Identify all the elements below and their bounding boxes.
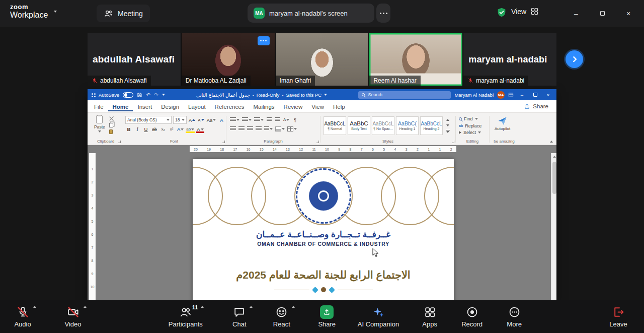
style-heading-1[interactable]: AaBbC( Heading 1 xyxy=(396,116,419,135)
autosave-toggle[interactable] xyxy=(123,92,133,98)
sort-button[interactable]: A xyxy=(283,116,290,123)
strikethrough-button[interactable]: ab xyxy=(151,125,158,133)
font-size-combo[interactable]: 18 xyxy=(173,116,187,124)
style-body-text[interactable]: AaBbC Body Text xyxy=(348,116,370,135)
next-participants-page-button[interactable] xyxy=(566,50,583,68)
customize-toolbar-chevron-icon[interactable] xyxy=(162,94,165,96)
italic-button[interactable]: I xyxy=(134,125,141,133)
shading-button[interactable] xyxy=(275,125,285,132)
tab-mailings[interactable]: Mailings xyxy=(249,102,279,111)
change-case-button[interactable]: Aa xyxy=(206,116,217,124)
line-spacing-button[interactable] xyxy=(264,125,273,132)
react-options-chevron[interactable] xyxy=(292,306,295,308)
autopilot-button[interactable]: Autopilot xyxy=(493,115,512,131)
tab-meeting[interactable]: Meeting xyxy=(97,5,150,22)
tab-design[interactable]: Design xyxy=(156,102,184,111)
font-dialog-launcher[interactable] xyxy=(222,141,225,143)
zoom-workplace-menu[interactable]: zoom Workplace xyxy=(10,3,57,20)
clear-formatting-button[interactable]: A xyxy=(218,116,225,124)
bullet-list-button[interactable] xyxy=(229,116,240,123)
tab-view[interactable]: View xyxy=(307,102,329,111)
document-page[interactable]: غــرفــة تــجــارة وصــنــاعــة عــمــان… xyxy=(193,159,454,300)
styles-scroll-down[interactable] xyxy=(446,124,449,126)
clipboard-dialog-launcher[interactable] xyxy=(118,141,121,143)
participant-tile-iman[interactable]: Iman Ghafri xyxy=(276,33,369,86)
video-button[interactable]: Video xyxy=(61,305,91,328)
participants-button[interactable]: 11 Participants xyxy=(166,305,215,328)
tab-insert[interactable]: Insert xyxy=(133,102,156,111)
leave-button[interactable]: Leave xyxy=(604,305,633,328)
subscript-button[interactable]: x₂ xyxy=(159,125,167,133)
shrink-font-button[interactable]: A xyxy=(197,116,204,124)
style-heading-2[interactable]: AaBbCcL Heading 2 xyxy=(420,116,443,135)
record-button[interactable]: Record xyxy=(457,305,487,328)
bold-button[interactable]: B xyxy=(125,125,132,133)
participant-tile-maryam[interactable]: maryam al-nadabi maryam al-nadabi xyxy=(463,33,556,86)
maximize-button[interactable] xyxy=(589,5,615,22)
numbered-list-button[interactable] xyxy=(242,116,252,123)
increase-indent-button[interactable] xyxy=(274,116,281,123)
styles-gallery-more[interactable] xyxy=(446,130,450,132)
tab-options-button[interactable] xyxy=(376,4,390,23)
audio-button[interactable]: Audio xyxy=(11,305,40,328)
styles-dialog-launcher[interactable] xyxy=(452,141,454,143)
select-button[interactable]: Select xyxy=(459,130,481,135)
highlight-color-button[interactable]: ab xyxy=(186,125,195,133)
decrease-indent-button[interactable] xyxy=(266,116,273,123)
document-scrollbar[interactable] xyxy=(551,153,556,300)
share-button[interactable]: Share xyxy=(312,305,342,328)
styles-scroll-up[interactable] xyxy=(446,119,449,121)
tab-home[interactable]: Home xyxy=(108,102,133,111)
collapse-ribbon-chevron[interactable] xyxy=(550,141,553,143)
tab-review[interactable]: Review xyxy=(279,102,307,111)
tab-file[interactable]: File xyxy=(90,102,108,111)
grow-font-button[interactable]: A xyxy=(188,116,196,124)
cut-icon[interactable] xyxy=(109,116,114,121)
tab-shared-screen[interactable]: MA maryam al-nadabi's screen xyxy=(248,4,374,23)
participant-tile-matlooba[interactable]: Dr Matlooba AL Zadjali xyxy=(182,33,275,86)
redo-icon[interactable]: ↷ xyxy=(154,92,158,98)
word-share-button[interactable]: Share xyxy=(524,103,554,110)
participant-tile-reem-active-speaker[interactable]: Reem Al hashar xyxy=(369,33,462,86)
justify-button[interactable] xyxy=(255,125,262,132)
more-button[interactable]: More xyxy=(500,305,529,328)
undo-icon[interactable]: ↶ xyxy=(146,92,150,98)
style-no-spacing[interactable]: AaBbCcL ¶ No Spac... xyxy=(372,116,394,135)
word-search-box[interactable]: Search xyxy=(358,91,451,99)
save-icon[interactable] xyxy=(137,92,142,98)
chat-options-chevron[interactable] xyxy=(250,306,253,308)
react-button[interactable]: React xyxy=(270,305,299,328)
copy-icon[interactable] xyxy=(109,123,113,127)
scroll-up-arrow[interactable] xyxy=(553,156,556,158)
minimize-button[interactable]: – xyxy=(563,5,589,22)
tile-menu-button[interactable] xyxy=(258,36,270,45)
ribbon-display-options-icon[interactable] xyxy=(508,92,514,98)
align-left-button[interactable] xyxy=(229,125,236,132)
vertical-ruler[interactable]: 1 2 3 4 5 6 7 8 9 10 xyxy=(89,153,96,300)
security-shield-icon[interactable] xyxy=(496,7,507,20)
font-color-button[interactable]: A xyxy=(196,125,204,133)
font-name-combo[interactable]: Arial (Body CS) xyxy=(125,116,172,124)
paragraph-dialog-launcher[interactable] xyxy=(316,141,319,143)
word-user-avatar[interactable]: MA xyxy=(497,91,505,99)
scrollbar-thumb[interactable] xyxy=(552,162,556,194)
audio-options-chevron[interactable] xyxy=(33,306,36,308)
align-right-button[interactable] xyxy=(247,125,254,132)
participant-tile-abdullah[interactable]: abdullah Alsawafi abdullah Alsawafi xyxy=(88,33,181,86)
word-restore-button[interactable] xyxy=(530,93,540,97)
word-minimize-button[interactable]: – xyxy=(517,92,527,98)
replace-button[interactable]: ab Replace xyxy=(459,123,481,128)
close-button[interactable]: × xyxy=(615,5,641,22)
participants-options-chevron[interactable] xyxy=(201,306,204,308)
multilevel-list-button[interactable] xyxy=(254,116,264,123)
saved-location[interactable]: Saved to this PC xyxy=(286,92,321,98)
format-painter-icon[interactable] xyxy=(109,129,113,134)
word-close-button[interactable]: × xyxy=(543,92,553,98)
text-effects-button[interactable]: A xyxy=(177,125,184,133)
borders-button[interactable] xyxy=(287,125,297,132)
paste-button[interactable]: Paste xyxy=(93,115,107,133)
tab-references[interactable]: References xyxy=(210,102,249,111)
video-options-chevron[interactable] xyxy=(84,306,87,308)
underline-button[interactable]: U xyxy=(142,125,149,133)
paragraph-marks-button[interactable]: ¶ xyxy=(291,116,298,123)
